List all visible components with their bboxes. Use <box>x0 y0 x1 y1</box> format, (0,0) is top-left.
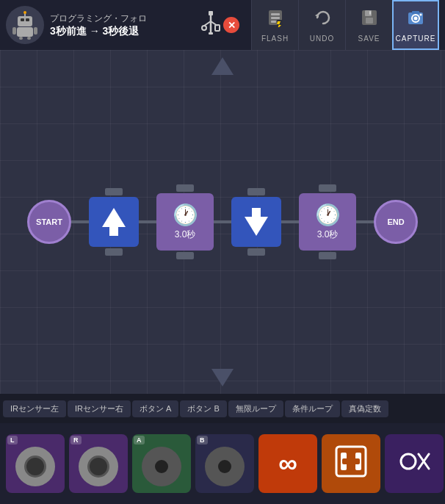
svg-rect-1 <box>21 18 24 21</box>
ir-right-block[interactable]: R <box>69 434 128 493</box>
svg-rect-27 <box>366 18 373 24</box>
btn-b-badge: B <box>197 436 208 444</box>
svg-rect-7 <box>27 37 31 40</box>
svg-rect-3 <box>17 27 33 37</box>
project-name: プログラミング・フォロ <box>50 12 195 25</box>
tab-cond-loop[interactable]: 条件ループ <box>285 400 340 417</box>
ir-left-block[interactable]: L <box>6 434 65 493</box>
scroll-down-button[interactable] <box>211 369 234 386</box>
project-info: プログラミング・フォロ 3秒前進 → 3秒後退 <box>50 12 195 38</box>
infinite-symbol: ∞ <box>278 448 297 479</box>
ir-right-badge: R <box>70 436 82 444</box>
timer2-label: 3.0秒 <box>317 228 339 241</box>
btn-a-block[interactable]: A <box>132 434 191 493</box>
nub-bottom-bwd <box>247 248 265 256</box>
undo-icon <box>313 8 332 32</box>
ox-symbol <box>398 445 430 482</box>
svg-rect-37 <box>342 458 360 464</box>
flash-button[interactable]: FLASH <box>251 0 298 50</box>
svg-rect-4 <box>12 27 16 35</box>
svg-point-33 <box>420 13 422 15</box>
connector-3 <box>214 220 231 223</box>
toolbar-buttons: FLASH UNDO SAVE <box>251 0 439 50</box>
connector-5 <box>356 220 374 223</box>
move-backward-block[interactable] <box>231 197 281 247</box>
close-button[interactable]: ✕ <box>223 17 239 33</box>
connector-2 <box>139 220 156 223</box>
header: プログラミング・フォロ 3秒前進 → 3秒後退 ✕ <box>0 0 445 50</box>
move-forward-block[interactable] <box>89 197 139 247</box>
svg-rect-32 <box>412 11 419 14</box>
connector-4 <box>281 220 299 223</box>
flash-icon <box>266 8 285 32</box>
svg-rect-19 <box>271 13 280 15</box>
tab-btn-b[interactable]: ボタン B <box>180 400 226 417</box>
cond-loop-block[interactable] <box>322 434 380 493</box>
robot-avatar <box>6 6 44 44</box>
svg-rect-28 <box>369 11 371 15</box>
nub-bottom-fwd <box>105 248 123 256</box>
ir-left-badge: L <box>7 436 18 444</box>
nub-top-bwd <box>247 188 265 195</box>
start-label: START <box>36 217 62 226</box>
bottom-blocks-row: L R A B ∞ <box>0 423 445 504</box>
capture-icon <box>406 8 425 32</box>
svg-rect-2 <box>26 18 29 21</box>
bool-const-block[interactable] <box>385 434 444 493</box>
usb-area: ✕ <box>201 11 239 39</box>
undo-button[interactable]: UNDO <box>298 0 345 50</box>
clock2-icon: 🕐 <box>315 203 341 227</box>
svg-point-31 <box>414 16 418 20</box>
svg-rect-17 <box>209 32 213 35</box>
bottom-toolbar: IRセンサー左 IRセンサー右 ボタン A ボタン B 無限ループ 条件ループ … <box>0 394 445 504</box>
svg-rect-5 <box>34 27 37 35</box>
nub-top-fwd <box>105 188 123 195</box>
end-label: END <box>387 217 404 226</box>
save-button[interactable]: SAVE <box>345 0 392 50</box>
tab-infinite-loop[interactable]: 無限ループ <box>228 400 283 417</box>
btn-b-block[interactable]: B <box>195 434 254 493</box>
blocks-row: START 🕐 3.0秒 <box>27 193 418 251</box>
tab-bool-const[interactable]: 真偽定数 <box>341 400 388 417</box>
nub-bottom-t2 <box>319 252 336 259</box>
svg-point-38 <box>401 454 416 469</box>
usb-icon <box>201 11 220 39</box>
flash-label: FLASH <box>261 35 289 43</box>
nub-top-t1 <box>176 184 194 192</box>
timer2-block[interactable]: 🕐 3.0秒 <box>299 193 356 251</box>
infinite-loop-block[interactable]: ∞ <box>258 434 317 493</box>
scroll-up-button[interactable] <box>211 57 234 75</box>
btn-a-badge: A <box>134 436 145 444</box>
project-program: 3秒前進 → 3秒後退 <box>50 25 195 38</box>
timer1-label: 3.0秒 <box>175 228 196 241</box>
end-block[interactable]: END <box>374 200 418 244</box>
svg-point-9 <box>23 11 26 14</box>
svg-rect-0 <box>18 16 32 26</box>
tab-ir-left[interactable]: IRセンサー左 <box>3 400 66 417</box>
timer1-block[interactable]: 🕐 3.0秒 <box>156 193 214 251</box>
tab-ir-right[interactable]: IRセンサー右 <box>68 400 131 417</box>
svg-rect-20 <box>271 17 280 19</box>
undo-label: UNDO <box>310 35 334 43</box>
bracket-symbol <box>335 445 367 483</box>
capture-label: CAPTURE <box>396 35 436 43</box>
save-label: SAVE <box>358 35 380 43</box>
svg-point-14 <box>202 26 206 30</box>
nub-bottom-t1 <box>176 252 194 259</box>
connector-1 <box>71 220 89 223</box>
bottom-tabs-row: IRセンサー左 IRセンサー右 ボタン A ボタン B 無限ループ 条件ループ … <box>0 394 445 423</box>
tab-btn-a[interactable]: ボタン A <box>132 400 178 417</box>
clock1-icon: 🕐 <box>173 203 198 227</box>
svg-rect-10 <box>209 11 213 15</box>
capture-button[interactable]: CAPTURE <box>392 0 439 50</box>
svg-line-12 <box>204 21 211 26</box>
start-block[interactable]: START <box>27 200 71 244</box>
save-icon <box>360 8 379 32</box>
canvas-area: START 🕐 3.0秒 <box>0 50 445 394</box>
svg-rect-21 <box>271 21 276 23</box>
nub-top-t2 <box>319 184 336 192</box>
svg-rect-6 <box>19 37 23 40</box>
svg-rect-15 <box>215 25 220 31</box>
